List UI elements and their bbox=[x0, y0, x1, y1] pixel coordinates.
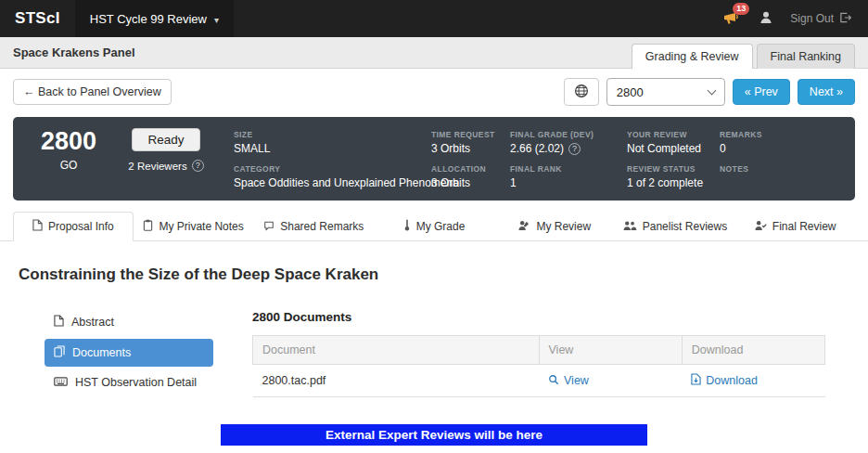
file-icon bbox=[54, 315, 64, 330]
field-time-request-value: 3 Orbits bbox=[431, 142, 470, 155]
panel-header-bar: Space Krakens Panel Grading & Review Fin… bbox=[0, 37, 868, 69]
field-remarks-value: 0 bbox=[720, 142, 726, 155]
field-final-rank-value: 1 bbox=[510, 176, 517, 189]
tab-final-ranking[interactable]: Final Ranking bbox=[757, 44, 855, 69]
user-icon bbox=[759, 10, 773, 28]
field-your-review: YOUR REVIEW Not Completed bbox=[627, 130, 720, 155]
panel-mode-tabs: Grading & Review Final Ranking bbox=[632, 44, 855, 68]
people-icon bbox=[622, 220, 637, 234]
reviewers-row: 2 Reviewers bbox=[111, 160, 221, 172]
document-name: 2800.tac.pdf bbox=[253, 365, 540, 397]
field-final-rank-label: FINAL RANK bbox=[510, 164, 627, 174]
documents-heading: 2800 Documents bbox=[252, 310, 825, 324]
sidebar-item-hst-observation-detail[interactable]: HST Observation Detail bbox=[45, 369, 213, 395]
sidebar-item-documents[interactable]: Documents bbox=[45, 339, 213, 367]
download-link[interactable]: Download bbox=[691, 373, 758, 388]
tab-panelist-reviews[interactable]: Panelist Reviews bbox=[615, 212, 735, 241]
proposal-content: Abstract Documents HST Observation Detai… bbox=[0, 308, 868, 398]
proposal-title: Constraining the Size of the Deep Space … bbox=[19, 265, 849, 284]
tab-my-private-notes-label: My Private Notes bbox=[159, 220, 243, 233]
download-link-label: Download bbox=[706, 374, 758, 387]
column-document: Document bbox=[253, 336, 540, 365]
tab-my-grade[interactable]: My Grade bbox=[374, 212, 494, 241]
proposal-number: 2800 bbox=[26, 128, 111, 154]
stsci-logo[interactable]: STScI bbox=[0, 0, 75, 37]
view-link-label: View bbox=[564, 374, 589, 387]
tab-final-review[interactable]: Final Review bbox=[734, 212, 855, 241]
sidebar-item-abstract[interactable]: Abstract bbox=[45, 308, 213, 336]
field-notes: NOTES bbox=[720, 164, 840, 189]
sign-out-icon bbox=[839, 12, 851, 26]
thermometer-icon bbox=[403, 219, 411, 234]
back-to-panel-button[interactable]: ← Back to Panel Overview bbox=[13, 79, 172, 105]
external-reviews-banner: External Expert Reviews will be here bbox=[221, 424, 647, 446]
cycle-review-menu[interactable]: HST Cycle 99 Review bbox=[75, 0, 234, 37]
field-final-grade-value: 2.66 (2.02) bbox=[510, 142, 564, 155]
proposal-select[interactable]: 2800 bbox=[606, 78, 725, 106]
field-review-status-value: 1 of 2 complete bbox=[627, 176, 703, 189]
field-review-status-label: REVIEW STATUS bbox=[627, 164, 720, 174]
tab-final-review-label: Final Review bbox=[772, 220, 836, 233]
sign-out-label: Sign Out bbox=[790, 12, 834, 25]
tab-grading-review[interactable]: Grading & Review bbox=[632, 44, 753, 69]
proposal-nav-group: 2800 « Prev Next » bbox=[564, 78, 855, 106]
field-final-grade: FINAL GRADE (DEV) 2.66 (2.02) bbox=[510, 130, 627, 155]
field-remarks: REMARKS 0 bbox=[720, 130, 840, 155]
field-your-review-label: YOUR REVIEW bbox=[627, 130, 720, 139]
field-size: SIZE SMALL bbox=[234, 130, 431, 155]
proposal-status-block: Ready 2 Reviewers bbox=[111, 128, 221, 172]
tab-my-review[interactable]: My Review bbox=[494, 212, 615, 241]
tab-proposal-info-label: Proposal Info bbox=[48, 220, 114, 233]
reviewers-count: 2 Reviewers bbox=[128, 161, 186, 172]
tab-panelist-reviews-label: Panelist Reviews bbox=[643, 220, 727, 233]
field-time-request: TIME REQUEST 3 Orbits bbox=[431, 130, 510, 155]
tab-shared-remarks[interactable]: Shared Remarks bbox=[253, 212, 374, 241]
navbar-right-group: 13 Sign Out bbox=[721, 0, 868, 37]
person-check-icon bbox=[754, 220, 767, 234]
ready-status-button[interactable]: Ready bbox=[132, 128, 199, 151]
field-category-value: Space Oddities and Unexplained Phenomena bbox=[234, 176, 459, 189]
chevron-down-icon bbox=[707, 86, 716, 96]
file-icon bbox=[32, 219, 43, 234]
tab-proposal-info[interactable]: Proposal Info bbox=[13, 212, 134, 241]
field-review-status: REVIEW STATUS 1 of 2 complete bbox=[627, 164, 720, 189]
announcements-button[interactable]: 13 bbox=[721, 8, 742, 30]
keyboard-icon bbox=[54, 376, 68, 389]
field-allocation: ALLOCATION 3 Orbits bbox=[431, 164, 510, 189]
proposal-sidebar: Abstract Documents HST Observation Detai… bbox=[45, 308, 213, 398]
field-size-value: SMALL bbox=[234, 142, 270, 155]
globe-button[interactable] bbox=[564, 78, 599, 106]
next-button[interactable]: Next » bbox=[798, 79, 855, 105]
final-grade-help-icon[interactable] bbox=[568, 143, 581, 155]
field-your-review-value: Not Completed bbox=[627, 142, 701, 155]
proposal-summary-panel: 2800 GO Ready 2 Reviewers SIZE SMALL TIM… bbox=[13, 117, 855, 201]
tab-my-private-notes[interactable]: My Private Notes bbox=[134, 212, 254, 241]
field-allocation-value: 3 Orbits bbox=[431, 176, 470, 189]
person-edit-icon bbox=[517, 220, 530, 234]
field-size-label: SIZE bbox=[234, 130, 431, 139]
proposal-id-block: 2800 GO bbox=[26, 128, 111, 172]
field-final-grade-label: FINAL GRADE (DEV) bbox=[510, 130, 627, 139]
tab-my-grade-label: My Grade bbox=[416, 220, 466, 233]
proposal-toolbar: ← Back to Panel Overview 2800 « Prev Nex… bbox=[0, 69, 868, 113]
view-link[interactable]: View bbox=[548, 374, 589, 388]
sign-out-button[interactable]: Sign Out bbox=[790, 12, 851, 26]
prev-button[interactable]: « Prev bbox=[733, 79, 790, 105]
magnifier-icon bbox=[548, 374, 559, 388]
column-view: View bbox=[539, 336, 682, 365]
field-allocation-label: ALLOCATION bbox=[431, 164, 510, 174]
field-final-rank: FINAL RANK 1 bbox=[510, 164, 627, 189]
cycle-review-label: HST Cycle 99 Review bbox=[90, 12, 207, 26]
panel-title: Space Krakens Panel bbox=[13, 45, 135, 59]
proposal-section-tabs: Proposal Info My Private Notes Shared Re… bbox=[0, 212, 868, 241]
reviewers-help-icon[interactable] bbox=[192, 160, 204, 172]
field-category: CATEGORY Space Oddities and Unexplained … bbox=[234, 164, 431, 189]
sidebar-item-documents-label: Documents bbox=[72, 346, 131, 359]
field-time-request-label: TIME REQUEST bbox=[431, 130, 510, 139]
pages-icon bbox=[54, 345, 65, 360]
account-button[interactable] bbox=[757, 8, 775, 30]
speech-bubble-icon bbox=[263, 220, 274, 234]
proposal-select-value: 2800 bbox=[617, 85, 644, 99]
globe-icon bbox=[574, 84, 589, 101]
documents-section: 2800 Documents Document View Download 28… bbox=[252, 308, 825, 398]
